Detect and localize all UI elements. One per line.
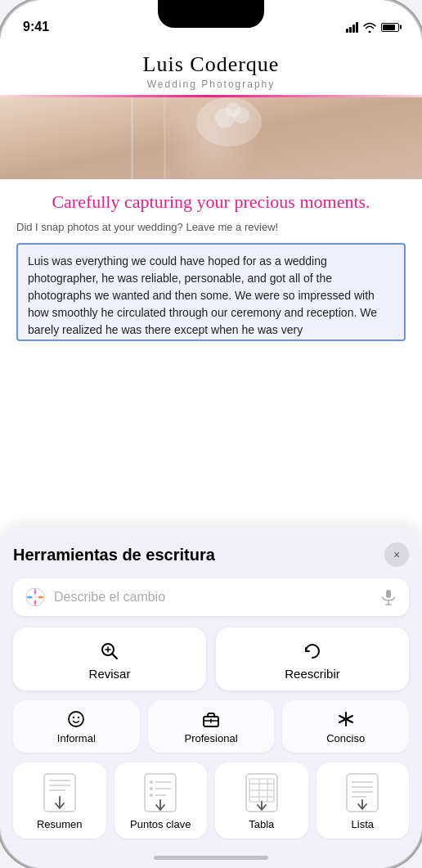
review-text-area[interactable]: Luis was everything we could have hoped … <box>16 243 406 341</box>
svg-rect-1 <box>131 97 133 179</box>
conciso-label: Conciso <box>326 732 365 744</box>
reescribir-button[interactable]: Reescribir <box>216 627 409 690</box>
search-bar[interactable]: Describe el cambio <box>13 578 409 616</box>
wifi-icon <box>363 22 376 33</box>
summary-icon <box>43 772 77 813</box>
table-icon <box>245 772 279 813</box>
svg-point-36 <box>150 794 153 797</box>
reescribir-label: Reescribir <box>285 667 340 681</box>
tools-row-format: Resumen Puntos clave <box>13 762 409 839</box>
panel-header: Herramientas de escritura × <box>13 542 409 567</box>
svg-rect-0 <box>0 97 422 179</box>
status-icons <box>346 22 399 33</box>
tools-row-large: Revisar Reescribir <box>13 627 409 690</box>
brand-subtitle: Wedding Photography <box>16 79 406 90</box>
hero-image <box>0 97 422 179</box>
svg-line-14 <box>113 654 118 659</box>
search-placeholder: Describe el cambio <box>54 590 371 605</box>
tools-row-small: Informal Profesional Conciso <box>13 700 409 753</box>
asterisk-icon <box>337 710 355 728</box>
battery-icon <box>381 23 399 32</box>
resumen-button[interactable]: Resumen <box>13 762 106 839</box>
svg-point-6 <box>226 102 240 117</box>
svg-point-19 <box>78 717 79 718</box>
status-time: 9:41 <box>23 20 49 34</box>
informal-label: Informal <box>57 732 96 744</box>
tagline: Carefully capturing your precious moment… <box>0 179 422 221</box>
profesional-button[interactable]: Profesional <box>148 700 275 753</box>
conciso-button[interactable]: Conciso <box>282 700 409 753</box>
revisar-button[interactable]: Revisar <box>13 627 206 690</box>
svg-rect-10 <box>386 590 391 598</box>
svg-point-34 <box>150 787 153 790</box>
svg-point-4 <box>215 108 235 128</box>
review-prompt: Did I snap photos at your wedding? Leave… <box>0 221 422 240</box>
profesional-label: Profesional <box>184 732 237 744</box>
svg-point-32 <box>150 780 153 784</box>
home-indicator <box>154 856 268 860</box>
resumen-label: Resumen <box>37 818 83 830</box>
list-icon <box>345 772 379 813</box>
content-area: Luis Coderque Wedding Photography <box>0 43 422 344</box>
close-button[interactable]: × <box>384 542 409 567</box>
brand-name: Luis Coderque <box>16 52 406 77</box>
bullet-icon <box>143 772 177 813</box>
svg-rect-2 <box>164 97 166 179</box>
puntos-clave-button[interactable]: Puntos clave <box>114 762 208 839</box>
svg-point-5 <box>233 107 249 124</box>
brand-header: Luis Coderque Wedding Photography <box>0 43 422 95</box>
tabla-button[interactable]: Tabla <box>215 762 308 839</box>
search-zoom-icon <box>99 641 120 662</box>
mic-icon[interactable] <box>379 588 397 606</box>
briefcase-icon <box>202 710 220 728</box>
svg-point-18 <box>73 717 74 718</box>
panel-title: Herramientas de escritura <box>13 546 215 564</box>
smiley-icon <box>67 710 85 728</box>
svg-point-9 <box>34 596 37 599</box>
signal-icon <box>346 22 358 33</box>
informal-button[interactable]: Informal <box>13 700 140 753</box>
svg-point-17 <box>69 712 83 726</box>
rewrite-icon <box>302 641 323 662</box>
hero-svg <box>0 97 422 179</box>
close-icon: × <box>393 548 400 561</box>
svg-point-3 <box>196 97 262 146</box>
puntos-clave-label: Puntos clave <box>130 818 191 830</box>
writing-tools-icon <box>25 587 46 608</box>
tabla-label: Tabla <box>249 818 274 830</box>
revisar-label: Revisar <box>89 667 131 681</box>
lista-button[interactable]: Lista <box>316 762 410 839</box>
writing-tools-panel: Herramientas de escritura × <box>0 528 422 868</box>
notch <box>158 0 264 28</box>
lista-label: Lista <box>352 818 374 830</box>
